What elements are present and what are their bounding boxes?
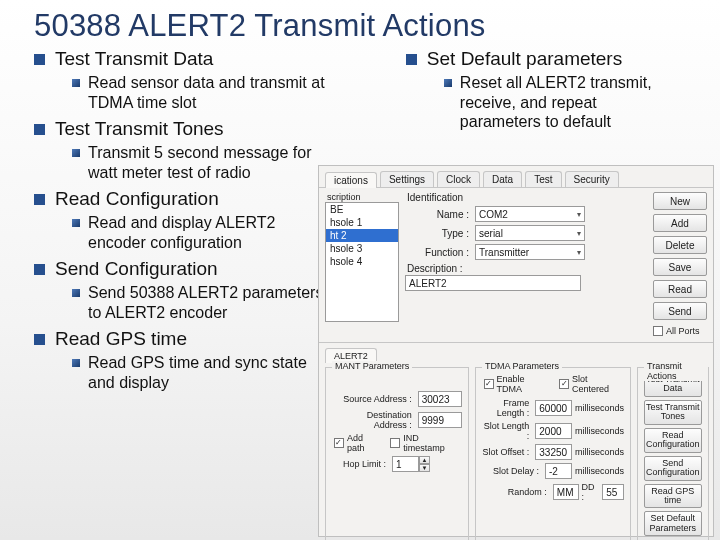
list-item[interactable]: hsole 1 <box>326 216 398 229</box>
add-button[interactable]: Add <box>653 214 707 232</box>
random-dd-label: DD : <box>582 482 600 502</box>
upper-pane: scription BE hsole 1 ht 2 hsole 3 hsole … <box>319 188 713 343</box>
lower-pane: ALERT2 MANT Parameters Source Address :3… <box>319 343 713 540</box>
subitem: Read sensor data and transmit at TDMA ti… <box>72 73 406 112</box>
send-configuration-button[interactable]: Send Configuration <box>644 456 702 481</box>
enable-tdma-label: Enable TDMA <box>497 374 550 394</box>
parameter-groups: MANT Parameters Source Address :30023 De… <box>325 367 707 540</box>
description-input[interactable]: ALERT2 <box>405 275 581 291</box>
addpath-label: Add path <box>347 433 383 453</box>
subitem-label: Reset all ALERT2 transmit, receive, and … <box>460 73 670 132</box>
group-caption: TDMA Parameters <box>482 361 562 371</box>
description-value: ALERT2 <box>409 278 447 289</box>
list-item[interactable]: ht 2 <box>326 229 398 242</box>
unit-label: milliseconds <box>575 403 624 413</box>
hop-limit-label: Hop Limit : <box>332 459 386 469</box>
delete-button[interactable]: Delete <box>653 236 707 254</box>
bullet-icon <box>34 334 45 345</box>
list-header: scription <box>325 192 399 202</box>
port-listbox[interactable]: BE hsole 1 ht 2 hsole 3 hsole 4 <box>325 202 399 322</box>
bullet-icon <box>406 54 417 65</box>
type-value: serial <box>479 228 503 239</box>
subitem-label: Read and display ALERT2 encoder configur… <box>88 213 328 252</box>
bullet-icon <box>72 359 80 367</box>
transmit-actions-group: Transmit Actions Test Transmit Data Test… <box>637 367 709 540</box>
page-title: 50388 ALERT2 Transmit Actions <box>0 0 720 48</box>
read-configuration-button[interactable]: Read Configuration <box>644 428 702 453</box>
spin-down-icon[interactable]: ▼ <box>419 464 430 472</box>
slot-length-input[interactable]: 2000 <box>535 423 572 439</box>
checkbox-icon: ✓ <box>484 379 494 389</box>
identification-form: Identification Name :COM2 Type :serial F… <box>405 192 647 336</box>
hop-limit-spinner[interactable]: 1▲▼ <box>392 456 430 472</box>
frame-length-label: Frame Length : <box>482 398 529 418</box>
tab-data[interactable]: Data <box>483 171 522 187</box>
list-item[interactable]: hsole 4 <box>326 255 398 268</box>
slot-offset-input[interactable]: 33250 <box>535 444 572 460</box>
all-ports-label: All Ports <box>666 326 700 336</box>
group-caption: Transmit Actions <box>644 361 708 381</box>
name-label: Name : <box>405 209 469 220</box>
name-value: COM2 <box>479 209 508 220</box>
function-select[interactable]: Transmitter <box>475 244 585 260</box>
item-label: Test Transmit Tones <box>55 118 224 140</box>
tdma-parameters-group: TDMA Parameters ✓Enable TDMA ✓Slot Cente… <box>475 367 631 540</box>
item-label: Test Transmit Data <box>55 48 213 70</box>
bullet-icon <box>34 54 45 65</box>
item-label: Read Configuration <box>55 188 219 210</box>
item-set-default-parameters: Set Default parameters <box>406 48 698 70</box>
slot-centered-checkbox[interactable]: ✓Slot Centered <box>559 374 624 394</box>
bullet-icon <box>72 79 80 87</box>
bullet-icon <box>72 149 80 157</box>
read-button[interactable]: Read <box>653 280 707 298</box>
random-mm-input[interactable]: MM <box>553 484 579 500</box>
subitem: Reset all ALERT2 transmit, receive, and … <box>444 73 698 132</box>
bullet-icon <box>72 219 80 227</box>
list-item[interactable]: BE <box>326 203 398 216</box>
item-label: Set Default parameters <box>427 48 622 70</box>
subitem-label: Read sensor data and transmit at TDMA ti… <box>88 73 328 112</box>
function-value: Transmitter <box>479 247 529 258</box>
tab-security[interactable]: Security <box>565 171 619 187</box>
save-button[interactable]: Save <box>653 258 707 276</box>
new-button[interactable]: New <box>653 192 707 210</box>
slot-centered-label: Slot Centered <box>572 374 624 394</box>
read-gps-time-button[interactable]: Read GPS time <box>644 484 702 509</box>
all-ports-checkbox[interactable]: All Ports <box>653 326 707 336</box>
test-transmit-tones-button[interactable]: Test Transmit Tones <box>644 400 702 425</box>
item-label: Read GPS time <box>55 328 187 350</box>
addpath-checkbox[interactable]: ✓Add path <box>334 433 382 453</box>
spin-up-icon[interactable]: ▲ <box>419 456 430 464</box>
slot-delay-input[interactable]: -2 <box>545 463 572 479</box>
indtimestamp-checkbox[interactable]: IND timestamp <box>390 433 462 453</box>
name-select[interactable]: COM2 <box>475 206 585 222</box>
frame-length-input[interactable]: 60000 <box>535 400 572 416</box>
tab-settings[interactable]: Settings <box>380 171 434 187</box>
group-caption: MANT Parameters <box>332 361 412 371</box>
checkbox-icon <box>390 438 400 448</box>
slot-offset-label: Slot Offset : <box>482 447 529 457</box>
tab-clock[interactable]: Clock <box>437 171 480 187</box>
action-buttons: New Add Delete Save Read Send All Ports <box>653 192 707 336</box>
tab-test[interactable]: Test <box>525 171 561 187</box>
enable-tdma-checkbox[interactable]: ✓Enable TDMA <box>484 374 549 394</box>
main-tabstrip: ications Settings Clock Data Test Securi… <box>319 166 713 188</box>
item-label: Send Configuration <box>55 258 218 280</box>
bullet-icon <box>34 194 45 205</box>
destination-address-input[interactable]: 9999 <box>418 412 462 428</box>
hop-value: 1 <box>392 456 419 472</box>
unit-label: milliseconds <box>575 466 624 476</box>
random-dd-input[interactable]: 55 <box>602 484 624 500</box>
function-label: Function : <box>405 247 469 258</box>
type-select[interactable]: serial <box>475 225 585 241</box>
destination-address-label: Destination Address : <box>332 410 412 430</box>
list-item[interactable]: hsole 3 <box>326 242 398 255</box>
slot-length-label: Slot Length : <box>482 421 529 441</box>
description-label: Description : <box>407 263 463 274</box>
send-button[interactable]: Send <box>653 302 707 320</box>
source-address-input[interactable]: 30023 <box>418 391 462 407</box>
slot-delay-label: Slot Delay : <box>482 466 539 476</box>
set-default-parameters-button[interactable]: Set Default Parameters <box>644 511 702 536</box>
source-address-label: Source Address : <box>332 394 412 404</box>
tab-communications[interactable]: ications <box>325 172 377 188</box>
